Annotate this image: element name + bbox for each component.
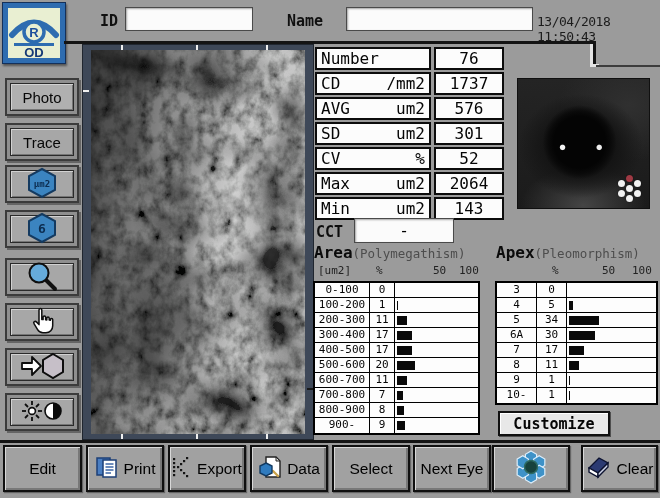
ruler-tick [121,434,123,439]
brightness-contrast-button[interactable] [5,393,79,431]
area-section-title: Area(Polymegathism) [314,243,465,262]
stat-value: 52 [434,147,504,170]
svg-text:µm2: µm2 [34,179,50,189]
edit-button-label: Edit [29,460,56,478]
stat-name: CV [321,149,340,168]
cell-area-display-button[interactable]: µm2 [5,165,79,203]
svg-text:6: 6 [38,221,46,236]
export-button[interactable]: Export [168,445,246,492]
table-row: CV% 52 [315,147,504,170]
histogram-row: 300-40017 [315,328,478,343]
table-row: Minum2 143 [315,197,504,220]
customize-button[interactable]: Customize [498,411,610,436]
histogram-row: 600-70011 [315,373,478,388]
histogram-bar [397,346,412,355]
hand-select-button[interactable] [5,303,79,341]
trace-button-label: Trace [10,128,74,156]
fixation-dot [618,180,625,187]
photo-button[interactable]: Photo [5,78,79,116]
histogram-bar [397,406,404,415]
name-label: Name [287,12,323,30]
ruler-tick [121,45,123,50]
apply-hexagon-button[interactable] [5,348,79,386]
eye-side-logo-button[interactable]: R OD [2,2,66,64]
table-row: CD/mm2 1737 [315,72,504,95]
customize-button-label: Customize [513,415,594,433]
data-page-icon [258,454,282,484]
histogram-row: 811 [497,358,656,373]
histogram-bar [397,376,407,385]
name-input[interactable] [346,7,533,31]
arrow-hexagon-icon [20,351,64,384]
stat-name: Number [321,49,379,68]
cct-value-box[interactable]: - [354,218,454,243]
histogram-bar [569,331,595,340]
apex-scale-50: 50 [602,264,615,277]
svg-text:OD: OD [24,45,44,58]
stat-unit: um2 [396,174,425,193]
stat-name: Min [321,199,350,218]
area-histogram-table: 0-1000 100-2001 200-30011 300-40017 400-… [313,281,480,435]
clear-button[interactable]: Clear [581,445,658,492]
toolbar-divider-line [0,440,660,443]
analyzer-screen: R OD ID Name 13/04/2018 11:50:43 Photo T… [0,0,660,498]
stat-unit: /mm2 [386,74,425,93]
histogram-row: 100-2001 [315,298,478,313]
stat-value: 301 [434,122,504,145]
hand-pointer-icon [27,306,57,339]
select-button-label: Select [349,460,392,478]
fixation-dot [618,190,625,197]
histogram-row: 200-30011 [315,313,478,328]
ruler-tick [196,434,198,439]
zoom-button[interactable] [5,258,79,296]
measurement-stats-table: Number 76 CD/mm2 1737 AVGum2 576 SDum2 3… [315,47,504,222]
histogram-row: 700-8007 [315,388,478,403]
fixation-position-indicator [613,175,647,205]
fixation-dot [626,185,633,192]
histogram-row: 534 [497,313,656,328]
ruler-tick [266,45,268,50]
edit-button[interactable]: Edit [3,445,82,492]
export-button-label: Export [197,460,242,478]
histogram-bar [397,391,403,400]
brightness-contrast-icon [21,397,63,428]
table-row: Maxum2 2064 [315,172,504,195]
print-button[interactable]: Print [86,445,164,492]
id-input[interactable] [125,7,253,31]
table-row: Number 76 [315,47,504,70]
apex-title: Apex [496,243,535,262]
histogram-row: 717 [497,343,656,358]
datetime-display: 13/04/2018 11:50:43 [537,14,660,44]
histogram-row: 30 [497,283,656,298]
od-eye-logo-icon: R OD [8,8,60,58]
photo-button-label: Photo [10,83,74,111]
histogram-row: 800-9008 [315,403,478,418]
fixation-dot [634,180,641,187]
histogram-bar [569,316,599,325]
eye-alignment-photo[interactable] [517,78,650,209]
area-scale-100: 100 [459,264,479,277]
select-button[interactable]: Select [332,445,410,492]
stat-value: 76 [434,47,504,70]
stat-unit: um2 [396,99,425,118]
trace-button[interactable]: Trace [5,123,79,161]
stat-unit: um2 [396,199,425,218]
stat-value: 1737 [434,72,504,95]
histogram-bar [569,346,584,355]
print-button-label: Print [124,460,156,478]
export-dotted-arrow-icon [172,455,192,483]
stat-unit: % [415,149,425,168]
endothelium-cell-image[interactable] [91,50,305,434]
next-eye-button[interactable]: Next Eye [413,445,491,492]
histogram-bar [397,331,412,340]
data-button[interactable]: Data [250,445,328,492]
hex-flower-menu-button[interactable] [492,445,570,492]
stat-value: 2064 [434,172,504,195]
histogram-bar [569,391,570,400]
histogram-row: 45 [497,298,656,313]
area-percent-header: % [376,264,383,277]
stat-name: CD [321,74,340,93]
histogram-row: 400-50017 [315,343,478,358]
hex-flower-icon [512,448,550,490]
hexagonality-display-button[interactable]: 6 [5,210,79,248]
